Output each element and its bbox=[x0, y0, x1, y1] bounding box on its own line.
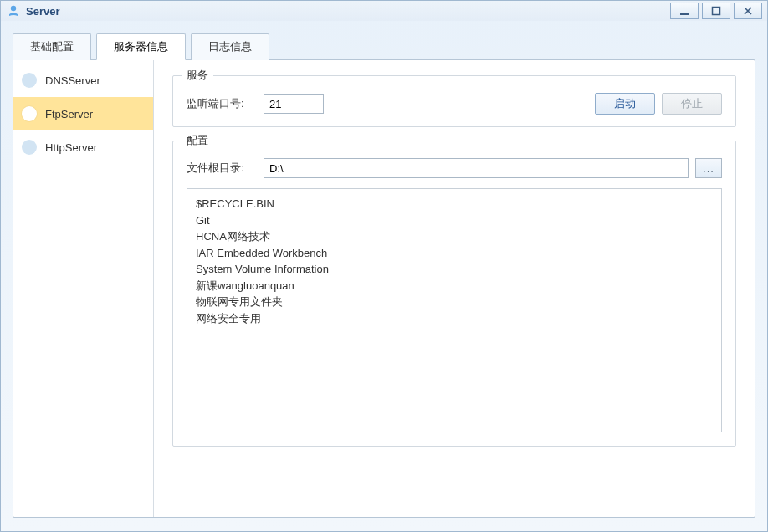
tab-panel: DNSServer FtpServer HttpServer 服务 监听端口号: bbox=[13, 59, 755, 518]
svg-point-0 bbox=[11, 6, 16, 11]
file-list-item[interactable]: IAR Embedded Workbench bbox=[196, 245, 713, 262]
root-path-label: 文件根目录: bbox=[187, 161, 264, 176]
tab-label: 日志信息 bbox=[208, 40, 252, 53]
server-sidebar: DNSServer FtpServer HttpServer bbox=[13, 60, 154, 517]
server-window: Server 基础配置 服务器信息 日志信息 DNSServer bbox=[0, 0, 768, 532]
root-path-row: 文件根目录: ... bbox=[187, 158, 722, 178]
port-label: 监听端口号: bbox=[187, 96, 264, 111]
maximize-button[interactable] bbox=[702, 3, 730, 19]
service-group-title: 服务 bbox=[182, 68, 213, 83]
root-path-input[interactable] bbox=[264, 158, 689, 178]
sidebar-item-label: HttpServer bbox=[45, 141, 97, 154]
titlebar[interactable]: Server bbox=[1, 1, 767, 21]
tab-label: 服务器信息 bbox=[114, 40, 168, 53]
content-area: 基础配置 服务器信息 日志信息 DNSServer FtpServer Http… bbox=[1, 21, 767, 531]
stop-button[interactable]: 停止 bbox=[662, 93, 722, 115]
file-list-item[interactable]: Git bbox=[196, 212, 713, 229]
browse-button[interactable]: ... bbox=[695, 158, 722, 178]
sidebar-item-label: DNSServer bbox=[45, 74, 100, 87]
status-dot-icon bbox=[22, 73, 37, 88]
config-group: 配置 文件根目录: ... $RECYCLE.BINGitHCNA网络技术IAR… bbox=[172, 141, 736, 447]
svg-rect-1 bbox=[680, 13, 689, 15]
status-dot-icon bbox=[22, 140, 37, 155]
main-pane: 服务 监听端口号: 启动 停止 配置 文件根目录: ... bbox=[154, 60, 755, 517]
file-list-item[interactable]: 网络安全专用 bbox=[196, 310, 713, 327]
tab-log-info[interactable]: 日志信息 bbox=[191, 33, 269, 60]
file-list-item[interactable]: $RECYCLE.BIN bbox=[196, 196, 713, 212]
port-input[interactable] bbox=[264, 94, 324, 114]
window-title: Server bbox=[26, 5, 667, 18]
tab-label: 基础配置 bbox=[30, 40, 74, 53]
file-list-item[interactable]: 物联网专用文件夹 bbox=[196, 294, 713, 310]
file-list-item[interactable]: HCNA网络技术 bbox=[196, 228, 713, 245]
minimize-button[interactable] bbox=[670, 3, 699, 19]
sidebar-item-dnsserver[interactable]: DNSServer bbox=[13, 64, 153, 97]
app-icon bbox=[6, 3, 21, 18]
tab-basic-config[interactable]: 基础配置 bbox=[13, 33, 91, 60]
sidebar-item-ftpserver[interactable]: FtpServer bbox=[13, 97, 153, 130]
sidebar-item-label: FtpServer bbox=[45, 108, 93, 120]
file-list[interactable]: $RECYCLE.BINGitHCNA网络技术IAR Embedded Work… bbox=[187, 188, 722, 432]
service-row: 监听端口号: 启动 停止 bbox=[187, 93, 722, 115]
tab-server-info[interactable]: 服务器信息 bbox=[96, 33, 186, 60]
file-list-item[interactable]: System Volume Information bbox=[196, 261, 713, 278]
tab-strip: 基础配置 服务器信息 日志信息 bbox=[13, 33, 755, 59]
start-button[interactable]: 启动 bbox=[595, 93, 655, 115]
close-button[interactable] bbox=[734, 3, 762, 19]
sidebar-item-httpserver[interactable]: HttpServer bbox=[13, 130, 153, 164]
status-dot-icon bbox=[22, 106, 37, 121]
window-controls bbox=[667, 3, 762, 19]
config-group-title: 配置 bbox=[182, 133, 213, 148]
file-list-item[interactable]: 新课wangluoanquan bbox=[196, 278, 713, 294]
svg-rect-2 bbox=[713, 8, 720, 15]
service-group: 服务 监听端口号: 启动 停止 bbox=[172, 75, 736, 127]
